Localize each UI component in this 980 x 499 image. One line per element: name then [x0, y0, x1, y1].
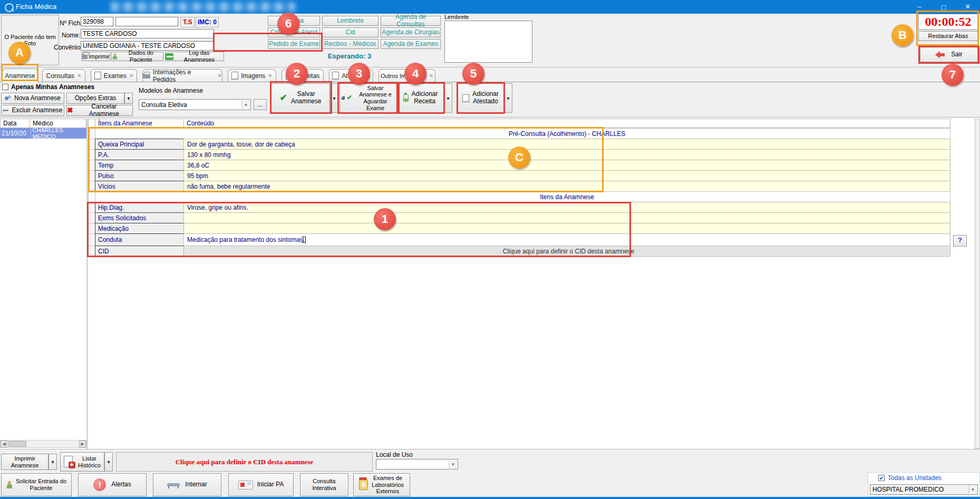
- nome-label: Nome:: [62, 32, 80, 39]
- modelo-anamnese-select[interactable]: Consulta Eletiva ▾: [139, 99, 251, 110]
- history-row-selected[interactable]: 21/10/20 CHARLLES MEDICO: [0, 128, 86, 139]
- tab-exames[interactable]: Exames✕: [91, 69, 137, 82]
- annotation-circle-6: 6: [277, 13, 299, 35]
- nova-anamnese-button[interactable]: Nova Anamnese: [1, 93, 64, 104]
- patient-data-icon: [112, 53, 117, 59]
- log-icon: [166, 53, 173, 60]
- ts-badge[interactable]: T.S: [180, 17, 195, 27]
- excluir-anamnese-button[interactable]: Excluir Anamnese: [1, 105, 64, 116]
- local-de-uso-select[interactable]: ▾: [376, 459, 458, 469]
- opcoes-extras-button[interactable]: Opções Extras: [66, 93, 124, 104]
- window-title: Ficha Médica: [16, 3, 56, 11]
- history-column-data[interactable]: Data: [0, 119, 30, 128]
- scrollbar-thumb[interactable]: [8, 441, 26, 447]
- annotation-box-6: [213, 33, 323, 52]
- adicionar-atestado-dropdown[interactable]: ▾: [504, 83, 512, 113]
- document-icon: [231, 72, 238, 80]
- redacted-title-text: [111, 2, 295, 12]
- chevron-down-icon[interactable]: ▾: [241, 100, 250, 109]
- cid-banner[interactable]: Clique aqui para definir o CID desta ana…: [116, 452, 373, 472]
- agenda-cirurgias-button[interactable]: Agenda de Cirurgias: [381, 27, 441, 37]
- listar-historico-button[interactable]: Listar Histórico: [60, 452, 104, 472]
- scroll-left-icon[interactable]: ◀: [1, 441, 7, 447]
- todas-unidades-label: Todas as Unidades: [888, 474, 942, 482]
- listar-historico-dropdown[interactable]: ▾: [104, 452, 113, 472]
- lembrete-textarea[interactable]: [444, 21, 532, 63]
- ficha-input[interactable]: [81, 17, 113, 26]
- tab-strip: Anamnese Consultas✕ Exames✕ Internações …: [0, 68, 980, 82]
- printer-icon: [143, 73, 150, 79]
- new-anamnese-icon: [5, 95, 11, 102]
- imprimir-paciente-button[interactable]: Imprimir: [82, 52, 110, 61]
- solicitar-entrada-button[interactable]: Solicitar Entrada do Paciente: [1, 473, 72, 496]
- annotation-box-2: [270, 81, 332, 114]
- close-tab-icon[interactable]: ✕: [129, 73, 133, 79]
- imc-badge[interactable]: IMC: 0: [196, 17, 219, 27]
- opcoes-extras-dropdown[interactable]: ▾: [124, 93, 133, 104]
- annotation-box-b: [916, 11, 979, 46]
- tab-imagens[interactable]: Imagens✕: [228, 69, 276, 82]
- lembrete-panel-label: Lembrete: [444, 14, 469, 20]
- close-tab-icon[interactable]: ✕: [77, 73, 81, 79]
- imprimir-anamnese-dropdown[interactable]: ▾: [48, 454, 57, 470]
- consulta-interativa-button[interactable]: Consulta Interativa: [300, 473, 348, 496]
- exames-laboratorios-button[interactable]: Exames de Laboratórios Externos: [353, 473, 410, 496]
- internar-button[interactable]: Internar: [153, 473, 221, 496]
- chevron-down-icon[interactable]: ▾: [968, 485, 977, 494]
- annotation-circle-b: B: [891, 24, 914, 46]
- dados-do-paciente-button[interactable]: Dados do Paciente: [111, 52, 163, 61]
- help-button[interactable]: ?: [953, 235, 967, 247]
- apenas-minhas-label: Apenas Minhas Anamneses: [11, 83, 94, 91]
- close-tab-icon[interactable]: ✕: [218, 73, 222, 79]
- convenio-input[interactable]: [81, 41, 214, 51]
- log-das-anamneses-button[interactable]: Log das Anamneses: [165, 52, 224, 61]
- remove-icon: [3, 110, 8, 111]
- unidade-select[interactable]: HOSPITAL PROMEDICO ▾: [870, 484, 978, 495]
- annotation-box-5: [457, 82, 505, 114]
- app-icon: [5, 3, 14, 12]
- bed-icon: [167, 482, 180, 488]
- lab-sample-icon: [359, 480, 368, 490]
- adicionar-receita-dropdown[interactable]: ▾: [444, 83, 452, 113]
- recibos-medicos-button[interactable]: Recibos - Médicos: [322, 39, 379, 49]
- patient-entry-icon: [6, 481, 13, 488]
- nome-input[interactable]: [81, 29, 214, 38]
- vertical-scrollbar[interactable]: [975, 119, 980, 449]
- document-icon: [332, 72, 339, 80]
- annotation-box-7: [918, 46, 979, 64]
- alert-icon: !: [93, 478, 106, 491]
- apenas-minhas-checkbox[interactable]: [2, 84, 8, 90]
- annotation-box-1: [87, 202, 631, 257]
- modelo-more-button[interactable]: ...: [254, 99, 267, 110]
- chevron-down-icon[interactable]: ▾: [449, 460, 457, 468]
- history-row-doctor: CHARLLES MEDICO: [31, 128, 86, 139]
- cid-button[interactable]: Cid: [322, 27, 379, 37]
- annotation-box-4: [396, 82, 445, 114]
- close-tab-icon[interactable]: ✕: [429, 73, 433, 79]
- imprimir-anamnese-button[interactable]: Imprimir Anamnese: [1, 454, 48, 470]
- ambulance-icon: [238, 481, 253, 490]
- agenda-consultas-button[interactable]: Agenda de Consultas: [381, 16, 441, 26]
- annotation-circle-2: 2: [286, 63, 308, 85]
- row-selector[interactable]: [88, 191, 95, 202]
- alertas-button[interactable]: ! Alertas: [78, 473, 147, 496]
- agenda-exames-button[interactable]: Agenda de Exames: [381, 39, 441, 49]
- local-de-uso-label: Local de Uso: [376, 451, 413, 458]
- scroll-right-icon[interactable]: ▶: [79, 441, 86, 447]
- iniciar-pa-button[interactable]: Iniciar PA: [228, 473, 294, 496]
- close-tab-icon[interactable]: ✕: [268, 73, 272, 79]
- lembrete-button[interactable]: Lembrete: [322, 16, 379, 26]
- cancel-icon: ✖: [67, 106, 73, 114]
- history-row-date: 21/10/20: [0, 128, 31, 139]
- annotation-box-a: [1, 64, 38, 81]
- tab-consultas[interactable]: Consultas✕: [42, 69, 85, 82]
- annotation-circle-7: 7: [942, 64, 964, 86]
- modelos-label: Modelos de Anamnese: [139, 87, 203, 94]
- annotation-circle-5: 5: [462, 63, 484, 85]
- printer-icon: [82, 54, 88, 59]
- ficha-extra-input[interactable]: [115, 17, 178, 26]
- cancelar-anamnese-button[interactable]: ✖ Cancelar Anamnese: [66, 105, 133, 116]
- patient-header-panel: O Paciente não tem Foto Nº Ficha: T.S IM…: [0, 14, 980, 67]
- tab-internacoes-pedidos[interactable]: Internações e Pedidos✕: [142, 69, 222, 82]
- todas-unidades-checkbox[interactable]: ✔: [878, 475, 885, 481]
